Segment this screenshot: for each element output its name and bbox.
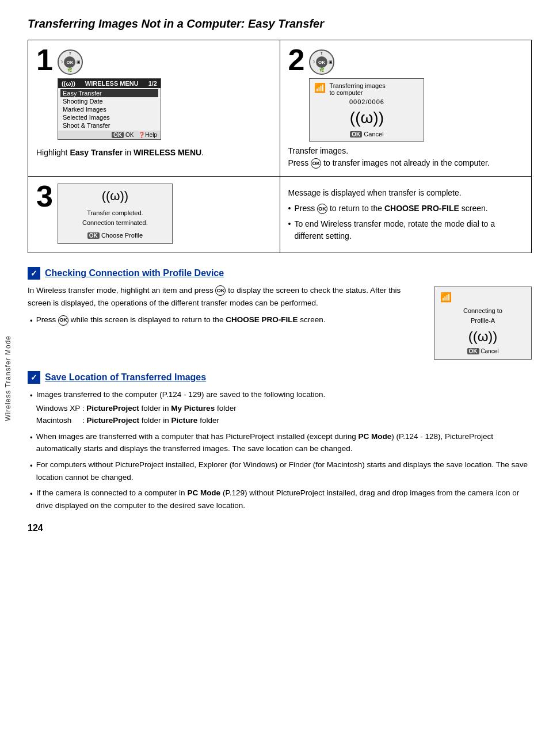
page-title: Transferring Images Not in a Computer: E… xyxy=(28,17,532,30)
menu-item-selected-images: Selected Images xyxy=(60,113,158,121)
bullet-text-1: Press OK to return to the CHOOSE PRO-FIL… xyxy=(294,203,487,215)
check-icon-2: ✓ xyxy=(28,371,40,384)
steps-grid: 1 ⤒ ☽ OK ▣ xyxy=(28,40,532,253)
save-bullet-dot-4: • xyxy=(30,488,33,511)
side-label-area: Wireless Transfer Mode xyxy=(0,0,16,756)
wireless-menu-header: ((ω)) WIRELESS MENU 1/2 xyxy=(58,79,161,88)
transfer-count: 0002/0006 xyxy=(314,98,419,105)
bullet-dot-2: • xyxy=(288,218,291,242)
page-indicator: 1/2 xyxy=(148,80,157,87)
save-bullet-text-4: If the camera is connected to a computer… xyxy=(36,487,532,511)
step-1-wireless-menu-screen: ((ω)) WIRELESS MENU 1/2 Easy Transfer Sh… xyxy=(58,78,161,140)
wireless-menu-title: WIRELESS MENU xyxy=(85,80,139,87)
steps-row-2: 3 ((ω)) Transfer completed. Connection t… xyxy=(28,177,531,253)
ok-symbol-check: OK xyxy=(215,285,226,296)
ok-symbol-2: OK xyxy=(311,158,321,169)
save-bullet-text-3: For computers without PictureProject ins… xyxy=(36,459,532,483)
save-bullet-dot-1: • xyxy=(30,390,33,427)
save-bullet-1: • Images transferred to the computer (P.… xyxy=(28,388,532,427)
checking-body: In Wireless transfer mode, highlight an … xyxy=(28,284,415,309)
checking-bullet-text: Press OK while this screen is displayed … xyxy=(36,314,415,327)
step-3-screen-area: ((ω)) Transfer completed. Connection ter… xyxy=(58,184,173,244)
wireless-big-icon-2: ((ω)) xyxy=(314,109,419,127)
checking-two-col: In Wireless transfer mode, highlight an … xyxy=(28,284,532,360)
step-2-screen-area: ⤒ ☽ OK ▣ 🌿 xyxy=(309,47,424,142)
save-bullet-text-2: When images are transferred with a compu… xyxy=(36,430,532,455)
save-bullet-2: • When images are transferred with a com… xyxy=(28,430,532,455)
checking-text-col: In Wireless transfer mode, highlight an … xyxy=(28,284,415,331)
step-2-description: Transfer images. Press OK to transfer im… xyxy=(288,145,524,169)
connecting-screen: 📶 Connecting to Profile-A ((ω)) OK Cance… xyxy=(434,287,532,360)
checking-section-title: ✓ Checking Connection with Profile Devic… xyxy=(28,267,532,280)
save-location-section: ✓ Save Location of Transferred Images • … xyxy=(28,371,532,511)
step-3-description: Message is displayed when transfer is co… xyxy=(288,187,524,242)
step-3-wifi-icon: ((ω)) xyxy=(64,189,166,204)
menu-item-marked-images: Marked Images xyxy=(60,105,158,113)
cancel-bar-2: OK Cancel xyxy=(314,131,419,138)
camera-dial-1: ⤒ ☽ OK ▣ 🌿 xyxy=(58,49,83,75)
steps-row-1: 1 ⤒ ☽ OK ▣ xyxy=(28,40,531,177)
save-bullet-4: • If the camera is connected to a comput… xyxy=(28,487,532,511)
page-number: 124 xyxy=(28,523,532,533)
step-1-screen-area: ⤒ ☽ OK ▣ 🌿 xyxy=(58,47,161,143)
save-bullet-dot-2: • xyxy=(30,432,33,455)
connecting-wifi-icon: ((ω)) xyxy=(440,329,525,345)
step-2-cell: 2 ⤒ ☽ OK ▣ xyxy=(280,40,532,176)
ok-button-1: OK xyxy=(64,56,75,68)
save-bullet-dot-3: • xyxy=(30,460,33,483)
connecting-text: Connecting to Profile-A xyxy=(440,306,525,325)
step-3-text: Transfer completed. Connection terminate… xyxy=(64,208,166,227)
footer-ok: OK OK xyxy=(112,132,134,138)
checking-section: ✓ Checking Connection with Profile Devic… xyxy=(28,267,532,360)
wireless-icon: ((ω)) xyxy=(62,80,75,87)
bullet-dot-1: • xyxy=(288,203,291,215)
save-bullet-text-1: Images transferred to the computer (P.12… xyxy=(36,388,532,427)
side-label-text: Wireless Transfer Mode xyxy=(4,335,12,421)
menu-item-easy-transfer: Easy Transfer xyxy=(60,89,158,97)
step-2-transfer-screen: 📶 Transferring images to computer 0002/0… xyxy=(309,78,424,142)
save-location-title-text: Save Location of Transferred Images xyxy=(45,372,206,383)
ok-symbol-check2: OK xyxy=(58,315,68,326)
checking-title-text: Checking Connection with Profile Device xyxy=(45,268,224,278)
transfer-screen-header: 📶 Transferring images to computer xyxy=(314,82,419,96)
step-3-screen: ((ω)) Transfer completed. Connection ter… xyxy=(58,184,173,244)
footer-help: ❓Help xyxy=(138,132,157,138)
connecting-header-icon: 📶 xyxy=(440,292,525,303)
checking-bullet-dot: • xyxy=(30,315,33,327)
transfer-line2: to computer xyxy=(329,89,385,96)
ok-symbol-3a: OK xyxy=(317,204,327,214)
step-2-camera-icon: ⤒ ☽ OK ▣ 🌿 xyxy=(309,49,424,75)
camera-dial-2: ⤒ ☽ OK ▣ 🌿 xyxy=(309,49,334,75)
step-1-camera-icon: ⤒ ☽ OK ▣ 🌿 xyxy=(58,49,161,75)
step-3-footer: OK Choose Profile xyxy=(64,232,166,239)
step-3-number: 3 xyxy=(36,181,53,211)
transfer-line1: Transferring images xyxy=(329,82,385,89)
menu-item-shoot-transfer: Shoot & Transfer xyxy=(60,121,158,129)
main-content: Transferring Images Not in a Computer: E… xyxy=(16,0,549,756)
step-1-cell: 1 ⤒ ☽ OK ▣ xyxy=(28,40,280,176)
save-location-title: ✓ Save Location of Transferred Images xyxy=(28,371,532,384)
check-icon-1: ✓ xyxy=(28,267,40,280)
step-1-description: Highlight Easy Transfer in WIRELESS MENU… xyxy=(36,147,272,159)
menu-items: Easy Transfer Shooting Date Marked Image… xyxy=(58,88,161,131)
connecting-cancel: OK Cancel xyxy=(440,348,525,354)
signal-icon: 📶 xyxy=(314,82,326,93)
step-3-right-cell: Message is displayed when transfer is co… xyxy=(280,177,532,253)
menu-footer: OK OK ❓Help xyxy=(58,131,161,139)
checking-bullet: • Press OK while this screen is displaye… xyxy=(28,314,415,327)
menu-item-shooting-date: Shooting Date xyxy=(60,97,158,105)
step-3-left-cell: 3 ((ω)) Transfer completed. Connection t… xyxy=(28,177,280,253)
ok-button-2: OK xyxy=(316,56,327,68)
save-bullet-3: • For computers without PictureProject i… xyxy=(28,459,532,483)
page-container: Wireless Transfer Mode Transferring Imag… xyxy=(0,0,549,756)
step-1-number: 1 xyxy=(36,45,53,75)
bullet-text-2: To end Wireless transfer mode, rotate th… xyxy=(294,218,523,242)
step-2-number: 2 xyxy=(288,45,305,75)
